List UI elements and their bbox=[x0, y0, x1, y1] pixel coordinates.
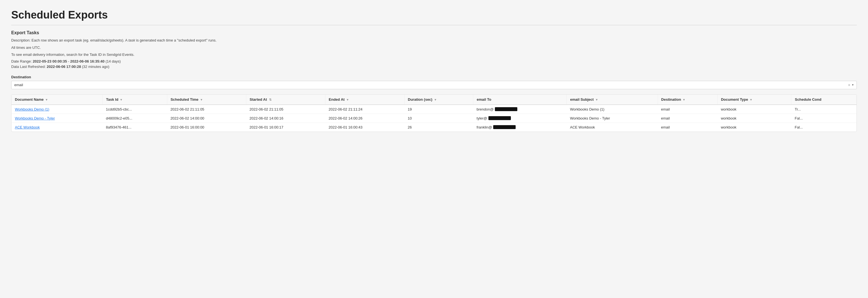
cell-doc-type: workbook bbox=[717, 105, 791, 114]
sort-icon-sched-time: ▾ bbox=[200, 98, 202, 101]
date-range-line: Date Range: 2022-05-23 00:00:35 - 2022-0… bbox=[11, 59, 857, 63]
col-destination[interactable]: Destination ▾ bbox=[658, 95, 717, 105]
description-3: To see email delivery information, searc… bbox=[11, 52, 857, 58]
cell-ended-at: 2022-06-02 21:11:24 bbox=[325, 105, 404, 114]
sort-icon-duration: ▾ bbox=[435, 98, 436, 101]
email-to-cell: tyler@ bbox=[477, 116, 563, 120]
cell-scheduled-time: 2022-06-02 14:00:00 bbox=[167, 114, 246, 123]
sort-icon-ended-at: ▾ bbox=[347, 98, 348, 101]
filter-clear-button[interactable]: × bbox=[848, 83, 850, 87]
filter-section: Destination email × ▾ bbox=[11, 75, 857, 89]
cell-started-at: 2022-06-02 21:11:05 bbox=[246, 105, 325, 114]
export-tasks-table: Document Name ▾ Task Id ▾ Scheduled Time… bbox=[11, 95, 857, 131]
refresh-line: Data Last Refreshed: 2022-06-06 17:00:28… bbox=[11, 64, 857, 69]
refresh-ago: (32 minutes ago) bbox=[82, 64, 110, 69]
cell-destination: email bbox=[658, 105, 717, 114]
email-prefix: tyler@ bbox=[477, 116, 487, 120]
cell-doc-name[interactable]: Workbooks Demo - Tyler bbox=[11, 114, 103, 123]
section-title: Export Tasks bbox=[11, 30, 857, 35]
filter-controls: × ▾ bbox=[848, 83, 854, 87]
col-schedule-cond: Schedule Cond bbox=[792, 95, 857, 105]
col-document-type[interactable]: Document Type ▾ bbox=[717, 95, 791, 105]
page-title: Scheduled Exports bbox=[11, 9, 857, 21]
cell-task-id: 8af93476-461... bbox=[103, 123, 167, 131]
date-range-days: (14 days) bbox=[105, 59, 121, 63]
title-divider bbox=[11, 25, 857, 25]
table-row: ACE Workbook8af93476-461...2022-06-01 16… bbox=[11, 123, 857, 131]
cell-email-to: tyler@ bbox=[473, 114, 567, 123]
sort-icon-doc-type: ▾ bbox=[750, 98, 752, 101]
cell-destination: email bbox=[658, 114, 717, 123]
filter-label: Destination bbox=[11, 75, 857, 79]
email-to-cell: brendon@ bbox=[477, 107, 563, 111]
cell-email-subject: Workbooks Demo (1) bbox=[567, 105, 658, 114]
sort-icon-email-subject: ▾ bbox=[596, 98, 597, 101]
cell-ended-at: 2022-06-02 14:00:26 bbox=[325, 114, 404, 123]
col-ended-at[interactable]: Ended At ▾ bbox=[325, 95, 404, 105]
cell-email-to: brendon@ bbox=[473, 105, 567, 114]
col-started-at[interactable]: Started At ⇅ bbox=[246, 95, 325, 105]
cell-sched-cond: Tr... bbox=[792, 105, 857, 114]
cell-started-at: 2022-06-02 14:00:16 bbox=[246, 114, 325, 123]
col-email-to: email To bbox=[473, 95, 567, 105]
cell-task-id: 1cdd92b5-cbc... bbox=[103, 105, 167, 114]
sort-icon-destination: ▾ bbox=[683, 98, 685, 101]
sort-icon-task-id: ▾ bbox=[120, 98, 122, 101]
date-range-label: Date Range: bbox=[11, 59, 32, 63]
col-email-subject[interactable]: email Subject ▾ bbox=[567, 95, 658, 105]
cell-scheduled-time: 2022-06-02 21:11:05 bbox=[167, 105, 246, 114]
email-to-cell: franklin@ bbox=[477, 125, 563, 129]
cell-doc-type: workbook bbox=[717, 114, 791, 123]
email-redacted bbox=[489, 116, 511, 120]
cell-doc-name[interactable]: ACE Workbook bbox=[11, 123, 103, 131]
email-redacted bbox=[493, 125, 516, 129]
cell-sched-cond: Fal... bbox=[792, 114, 857, 123]
date-range-start: 2022-05-23 00:00:35 bbox=[33, 59, 67, 63]
email-prefix: franklin@ bbox=[477, 125, 492, 129]
cell-task-id: d48009c2-e05... bbox=[103, 114, 167, 123]
cell-doc-name[interactable]: Workbooks Demo (1) bbox=[11, 105, 103, 114]
cell-duration: 10 bbox=[404, 114, 473, 123]
cell-started-at: 2022-06-01 16:00:17 bbox=[246, 123, 325, 131]
table-row: Workbooks Demo (1)1cdd92b5-cbc...2022-06… bbox=[11, 105, 857, 114]
refresh-value: 2022-06-06 17:00:28 bbox=[46, 64, 81, 69]
email-redacted bbox=[495, 107, 517, 111]
filter-value: email bbox=[14, 83, 848, 87]
col-task-id[interactable]: Task Id ▾ bbox=[103, 95, 167, 105]
cell-duration: 26 bbox=[404, 123, 473, 131]
table-row: Workbooks Demo - Tylerd48009c2-e05...202… bbox=[11, 114, 857, 123]
cell-ended-at: 2022-06-01 16:00:43 bbox=[325, 123, 404, 131]
cell-sched-cond: Fal... bbox=[792, 123, 857, 131]
destination-filter[interactable]: email × ▾ bbox=[11, 81, 857, 89]
col-document-name[interactable]: Document Name ▾ bbox=[11, 95, 103, 105]
refresh-label: Data Last Refreshed: bbox=[11, 64, 46, 69]
cell-email-to: franklin@ bbox=[473, 123, 567, 131]
sort-icon-started-at: ⇅ bbox=[269, 98, 272, 101]
cell-destination: email bbox=[658, 123, 717, 131]
description-2: All times are UTC. bbox=[11, 45, 857, 51]
cell-email-subject: ACE Workbook bbox=[567, 123, 658, 131]
sort-icon-doc-name: ▾ bbox=[46, 98, 48, 101]
cell-doc-type: workbook bbox=[717, 123, 791, 131]
cell-scheduled-time: 2022-06-01 16:00:00 bbox=[167, 123, 246, 131]
cell-email-subject: Workbooks Demo - Tyler bbox=[567, 114, 658, 123]
export-tasks-table-wrapper: Document Name ▾ Task Id ▾ Scheduled Time… bbox=[11, 94, 857, 132]
email-prefix: brendon@ bbox=[477, 107, 494, 111]
description-1: Description: Each row shows an export ta… bbox=[11, 38, 857, 43]
date-range-end: 2022-06-06 16:35:40 bbox=[70, 59, 104, 63]
col-scheduled-time[interactable]: Scheduled Time ▾ bbox=[167, 95, 246, 105]
filter-dropdown-arrow[interactable]: ▾ bbox=[852, 83, 854, 87]
table-header-row: Document Name ▾ Task Id ▾ Scheduled Time… bbox=[11, 95, 857, 105]
cell-duration: 19 bbox=[404, 105, 473, 114]
col-duration[interactable]: Duration (sec) ▾ bbox=[404, 95, 473, 105]
